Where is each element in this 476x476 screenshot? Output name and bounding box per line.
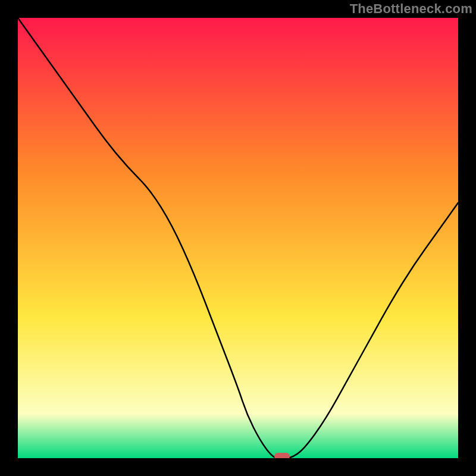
gradient-background xyxy=(18,18,458,458)
bottleneck-chart xyxy=(18,18,458,458)
chart-container: TheBottleneck.com xyxy=(0,0,476,476)
attribution-label: TheBottleneck.com xyxy=(350,1,472,17)
optimal-marker xyxy=(274,453,290,458)
